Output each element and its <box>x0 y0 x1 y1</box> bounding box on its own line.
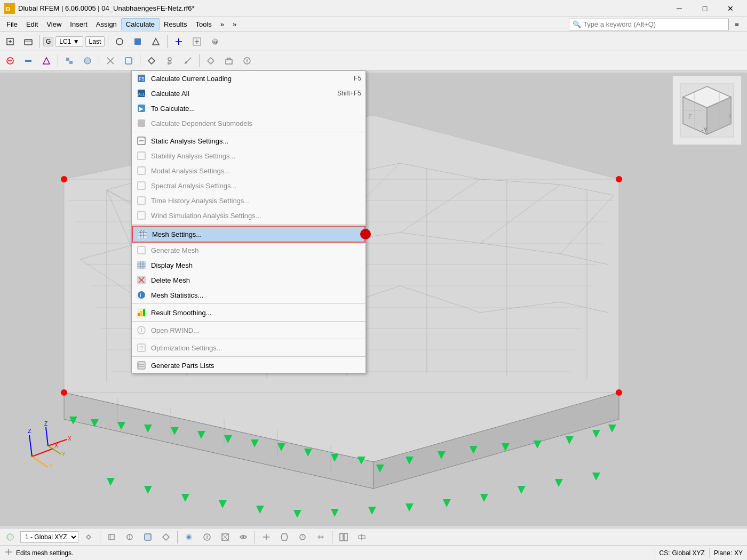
title-bar-left: D Dlubal RFEM | 6.06.0005 | 04_Unabhaeng… <box>4 3 195 14</box>
search-input[interactable] <box>583 20 725 28</box>
menu-calculate[interactable]: Calculate <box>121 18 160 30</box>
bt-btn-8[interactable] <box>199 530 215 545</box>
bt-btn-3[interactable] <box>104 530 120 545</box>
svg-rect-162 <box>138 212 145 219</box>
bt-btn-14[interactable] <box>313 530 329 545</box>
lc-dropdown[interactable]: LC1 ▼ <box>55 36 83 47</box>
last-button[interactable]: Last <box>85 36 105 47</box>
menu-generate-mesh: Generate Mesh <box>132 243 365 258</box>
tb-btn-3[interactable] <box>148 34 164 49</box>
toolbar-row-1: G LC1 ▼ Last M <box>0 32 747 51</box>
menu-edit[interactable]: Edit <box>22 19 42 30</box>
menu-display-mesh[interactable]: Display Mesh <box>132 258 365 273</box>
menu-divider-5 <box>132 339 365 339</box>
tb2-btn-2[interactable] <box>20 53 36 68</box>
viewport[interactable]: X Z Y X Z Y <box>0 70 747 528</box>
tb-btn-6[interactable]: M <box>207 34 223 49</box>
svg-rect-183 <box>138 313 140 316</box>
tb-btn-1[interactable] <box>112 34 128 49</box>
bt-btn-7[interactable] <box>181 530 197 545</box>
menu-insert[interactable]: Insert <box>66 19 92 30</box>
tb2-btn-13[interactable] <box>239 53 255 68</box>
tb2-btn-8[interactable] <box>144 53 160 68</box>
minimize-button[interactable]: ─ <box>667 0 692 17</box>
bt-btn-2[interactable] <box>81 530 97 545</box>
delete-mesh-label: Delete Mesh <box>151 276 361 284</box>
title-bar: D Dlubal RFEM | 6.06.0005 | 04_Unabhaeng… <box>0 0 747 17</box>
static-analysis-label: Static Analysis Settings... <box>151 137 361 145</box>
result-smoothing-label: Result Smoothing... <box>151 309 361 317</box>
menu-assign[interactable]: Assign <box>92 19 121 30</box>
menu-time-history: Time History Analysis Settings... <box>132 193 365 208</box>
bt-btn-1[interactable] <box>2 530 18 545</box>
menu-modal-analysis: Modal Analysis Settings... <box>132 163 365 178</box>
svg-rect-7 <box>134 38 141 45</box>
menu-divider-4 <box>132 321 365 322</box>
tb2-btn-9[interactable] <box>162 53 178 68</box>
toolbar-sep-2 <box>108 35 108 48</box>
menu-calculate-all[interactable]: ALL Calculate All Shift+F5 <box>132 86 365 101</box>
bt-btn-10[interactable] <box>235 530 251 545</box>
tb-btn-2[interactable] <box>130 34 146 49</box>
tb2-btn-4[interactable] <box>61 53 77 68</box>
svg-rect-171 <box>138 246 145 254</box>
menu-wind-simulation: Wind Simulation Analysis Settings... <box>132 208 365 223</box>
bt-btn-12[interactable] <box>276 530 292 545</box>
maximize-button[interactable]: □ <box>693 0 717 17</box>
bt-btn-6[interactable] <box>158 530 174 545</box>
tb2-btn-7[interactable] <box>121 53 137 68</box>
search-box[interactable]: 🔍 <box>569 19 729 30</box>
tb2-btn-12[interactable] <box>221 53 237 68</box>
tb2-btn-11[interactable] <box>203 53 219 68</box>
tb-btn-4[interactable] <box>171 34 187 49</box>
status-sep-1 <box>655 548 655 558</box>
menu-static-analysis[interactable]: Static Analysis Settings... <box>132 133 365 148</box>
menu-file[interactable]: File <box>2 19 22 30</box>
menu-mesh-settings[interactable]: Mesh Settings... <box>132 226 365 243</box>
bt-btn-15[interactable] <box>336 530 352 545</box>
status-sep-2 <box>709 548 710 558</box>
menu-generate-parts[interactable]: Generate Parts Lists <box>132 358 365 373</box>
menu-more2[interactable]: » <box>228 19 241 30</box>
svg-rect-158 <box>138 152 145 159</box>
svg-text:F5: F5 <box>139 76 145 82</box>
tb2-sep-3 <box>140 54 140 67</box>
generate-mesh-label: Generate Mesh <box>151 246 361 254</box>
menu-more1[interactable]: » <box>216 19 228 30</box>
tb2-sep-2 <box>99 54 99 67</box>
cs-label: CS: <box>659 549 670 557</box>
toolbar-open-button[interactable] <box>20 34 36 49</box>
bt-sep-3 <box>255 531 255 543</box>
tb2-btn-6[interactable] <box>102 53 118 68</box>
view-selector[interactable]: 1 - Global XYZ <box>20 531 78 543</box>
toolbar-new-button[interactable] <box>2 34 18 49</box>
tb2-btn-10[interactable] <box>180 53 196 68</box>
bt-btn-13[interactable] <box>295 530 311 545</box>
svg-point-204 <box>242 536 244 538</box>
tb2-btn-1[interactable] <box>2 53 18 68</box>
menu-result-smoothing[interactable]: Result Smoothing... <box>132 305 365 320</box>
result-smoothing-icon <box>136 307 147 318</box>
menu-to-calculate[interactable]: ▶ To Calculate... <box>132 101 365 116</box>
menu-view[interactable]: View <box>42 19 66 30</box>
menu-tools[interactable]: Tools <box>191 19 216 30</box>
svg-rect-160 <box>138 182 145 189</box>
svg-text:M: M <box>213 40 217 45</box>
bt-btn-9[interactable] <box>217 530 233 545</box>
menu-calculate-current[interactable]: F5 Calculate Current Loading F5 <box>132 71 365 86</box>
to-calculate-icon: ▶ <box>136 103 147 114</box>
tb2-btn-5[interactable] <box>80 53 96 68</box>
svg-point-23 <box>185 61 187 63</box>
menu-delete-mesh[interactable]: Delete Mesh <box>132 273 365 287</box>
svg-rect-185 <box>143 309 145 316</box>
tb-btn-5[interactable] <box>189 34 205 49</box>
menu-mesh-statistics[interactable]: i Mesh Statistics... <box>132 287 365 302</box>
bt-btn-4[interactable] <box>122 530 138 545</box>
menu-results[interactable]: Results <box>160 19 191 30</box>
tb2-btn-3[interactable] <box>38 53 54 68</box>
bt-btn-16[interactable] <box>354 530 370 545</box>
close-button[interactable]: ✕ <box>718 0 743 17</box>
calculate-all-label: Calculate All <box>151 90 333 98</box>
bt-btn-5[interactable] <box>140 530 156 545</box>
bt-btn-11[interactable] <box>258 530 274 545</box>
